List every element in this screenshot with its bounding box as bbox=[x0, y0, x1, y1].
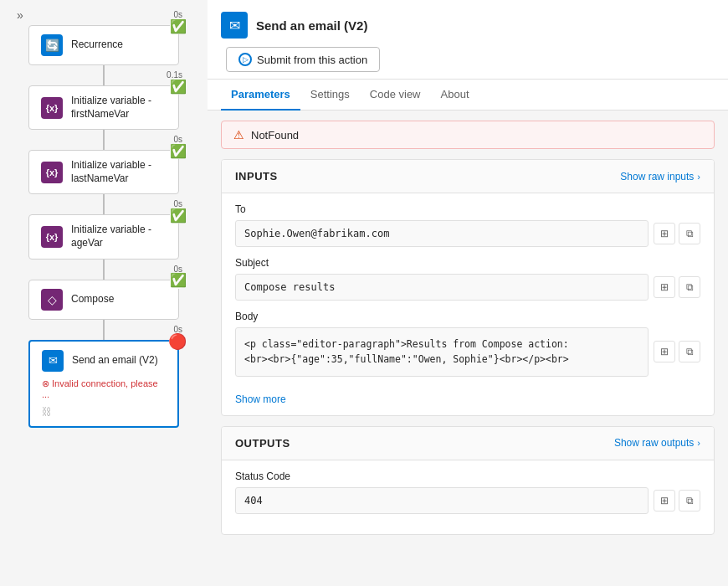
inputs-header: INPUTS Show raw inputs › bbox=[222, 160, 714, 193]
status-code-value: 404 bbox=[235, 487, 649, 514]
action-title: Send an email (V2) bbox=[256, 18, 367, 33]
body-field-actions: ⊞ ⧉ bbox=[654, 341, 700, 362]
body-field-row: <p class="editor-paragraph">Results from… bbox=[235, 327, 700, 377]
recurrence-badge: ✅ bbox=[170, 18, 187, 34]
inputs-body: To Sophie.Owen@fabrikam.com ⊞ ⧉ Subject … bbox=[222, 193, 714, 415]
action-header: ✉ Send an email (V2) ▷ Submit from this … bbox=[208, 0, 728, 80]
recurrence-icon: 🔄 bbox=[41, 34, 63, 56]
subject-field-actions: ⊞ ⧉ bbox=[654, 276, 700, 298]
to-copy-btn[interactable]: ⧉ bbox=[679, 223, 700, 244]
show-raw-outputs[interactable]: Show raw outputs › bbox=[614, 437, 700, 449]
init-firstname-icon: {x} bbox=[41, 97, 63, 119]
show-raw-inputs[interactable]: Show raw inputs › bbox=[620, 171, 700, 182]
connector bbox=[103, 194, 105, 214]
main-content: ⚠ NotFound INPUTS Show raw inputs › To S… bbox=[208, 111, 728, 586]
init-lastname-label: Initialize variable - lastNameVar bbox=[71, 159, 167, 185]
tab-bar: Parameters Settings Code view About bbox=[208, 80, 728, 111]
flow-node-init-age[interactable]: {x} Initialize variable - ageVar ✅ bbox=[28, 214, 179, 259]
compose-label: Compose bbox=[71, 293, 167, 306]
chevron-right-icon-outputs: › bbox=[697, 438, 700, 448]
connector bbox=[103, 130, 105, 150]
tab-about[interactable]: About bbox=[431, 80, 479, 111]
inputs-section: INPUTS Show raw inputs › To Sophie.Owen@… bbox=[221, 159, 715, 416]
link-icon: ⛓ bbox=[42, 406, 52, 418]
to-field-actions: ⊞ ⧉ bbox=[654, 223, 700, 244]
body-copy-btn[interactable]: ⧉ bbox=[679, 341, 700, 362]
status-code-field-row: 404 ⊞ ⧉ bbox=[235, 487, 700, 514]
connector bbox=[103, 320, 105, 340]
chevron-right-icon: › bbox=[697, 172, 700, 182]
recurrence-label: Recurrence bbox=[71, 39, 167, 52]
action-header-icon: ✉ bbox=[221, 12, 248, 39]
flow-node-init-lastname[interactable]: {x} Initialize variable - lastNameVar ✅ bbox=[28, 150, 179, 194]
body-table-btn[interactable]: ⊞ bbox=[654, 341, 675, 362]
flow-node-send-email[interactable]: ✉ Send an email (V2) 🔴 ⊗ Invalid connect… bbox=[28, 340, 179, 428]
connector bbox=[103, 65, 105, 85]
warning-icon: ⚠ bbox=[233, 128, 244, 141]
init-age-badge: ✅ bbox=[170, 207, 187, 224]
flow-node-init-firstname[interactable]: {x} Initialize variable - firstNameVar ✅ bbox=[28, 85, 179, 130]
outputs-body: Status Code 404 ⊞ ⧉ bbox=[222, 460, 714, 534]
compose-icon: ◇ bbox=[41, 289, 63, 311]
inputs-title: INPUTS bbox=[235, 170, 278, 182]
status-code-label: Status Code bbox=[235, 470, 700, 482]
connector bbox=[103, 260, 105, 280]
to-label: To bbox=[235, 203, 700, 215]
flow-canvas: » 0s 🔄 Recurrence ✅ 0.1s {x} Initialize … bbox=[0, 0, 208, 586]
to-field-row: Sophie.Owen@fabrikam.com ⊞ ⧉ bbox=[235, 220, 700, 247]
expand-arrow[interactable]: » bbox=[13, 5, 27, 25]
subject-table-btn[interactable]: ⊞ bbox=[654, 276, 675, 298]
tab-settings[interactable]: Settings bbox=[300, 80, 360, 111]
flow-node-compose[interactable]: ◇ Compose ✅ bbox=[28, 280, 179, 320]
send-email-icon: ✉ bbox=[42, 350, 64, 372]
status-copy-btn[interactable]: ⧉ bbox=[679, 490, 700, 511]
to-value: Sophie.Owen@fabrikam.com bbox=[235, 220, 649, 247]
action-title-row: ✉ Send an email (V2) bbox=[221, 12, 367, 39]
outputs-section: OUTPUTS Show raw outputs › Status Code 4… bbox=[221, 426, 715, 535]
error-text: ⊗ Invalid connection, please ... bbox=[42, 378, 166, 399]
subject-value: Compose results bbox=[235, 274, 649, 301]
send-email-label: Send an email (V2) bbox=[72, 354, 166, 368]
init-age-label: Initialize variable - ageVar bbox=[71, 224, 167, 249]
tab-parameters[interactable]: Parameters bbox=[221, 80, 300, 111]
init-firstname-badge: ✅ bbox=[170, 78, 187, 95]
init-firstname-label: Initialize variable - firstNameVar bbox=[71, 95, 167, 121]
not-found-text: NotFound bbox=[251, 129, 299, 141]
init-lastname-icon: {x} bbox=[41, 162, 63, 183]
subject-copy-btn[interactable]: ⧉ bbox=[679, 276, 700, 298]
subject-label: Subject bbox=[235, 257, 700, 269]
init-age-icon: {x} bbox=[41, 226, 63, 248]
submit-icon: ▷ bbox=[238, 53, 252, 66]
subject-field-row: Compose results ⊞ ⧉ bbox=[235, 274, 700, 301]
body-label: Body bbox=[235, 311, 700, 322]
tab-codeview[interactable]: Code view bbox=[360, 80, 431, 111]
init-lastname-badge: ✅ bbox=[170, 142, 187, 159]
to-table-btn[interactable]: ⊞ bbox=[654, 223, 675, 244]
flow-node-recurrence[interactable]: 🔄 Recurrence ✅ bbox=[28, 25, 179, 65]
outputs-header: OUTPUTS Show raw outputs › bbox=[222, 427, 714, 460]
send-email-badge: 🔴 bbox=[169, 333, 186, 350]
right-panel: ✉ Send an email (V2) ▷ Submit from this … bbox=[208, 0, 728, 586]
submit-label: Submit from this action bbox=[257, 54, 367, 66]
compose-badge: ✅ bbox=[170, 272, 187, 289]
show-more-btn[interactable]: Show more bbox=[235, 393, 286, 405]
outputs-title: OUTPUTS bbox=[235, 437, 290, 450]
status-table-btn[interactable]: ⊞ bbox=[654, 490, 675, 511]
status-code-field-actions: ⊞ ⧉ bbox=[654, 490, 700, 511]
not-found-banner: ⚠ NotFound bbox=[221, 121, 715, 149]
submit-button[interactable]: ▷ Submit from this action bbox=[226, 47, 380, 72]
body-value: <p class="editor-paragraph">Results from… bbox=[235, 327, 649, 377]
